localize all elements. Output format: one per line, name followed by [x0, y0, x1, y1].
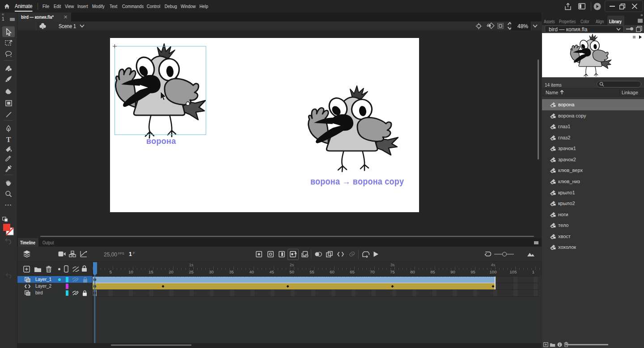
svg-text:A: A — [294, 251, 297, 255]
